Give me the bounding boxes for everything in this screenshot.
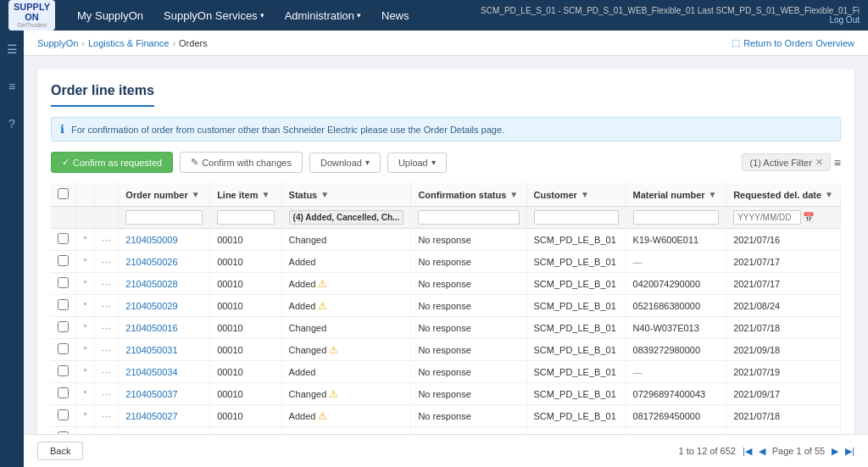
records-info: 1 to 12 of 652 xyxy=(679,446,736,456)
filter-col-date: 📅 xyxy=(726,207,841,229)
row-expand-cell: ˅ xyxy=(76,427,95,435)
line-item-filter-input[interactable] xyxy=(217,210,274,225)
line-item-filter-icon[interactable]: ▼ xyxy=(261,190,270,199)
expand-icon[interactable]: ˅ xyxy=(83,412,87,421)
filter-col-confirmation xyxy=(411,207,526,229)
upload-button[interactable]: Upload ▾ xyxy=(387,153,447,173)
row-line-item: 00020 xyxy=(210,427,281,435)
row-menu-icon[interactable]: ··· xyxy=(102,258,111,267)
select-all-checkbox[interactable] xyxy=(58,188,69,199)
expand-icon[interactable]: ˅ xyxy=(83,302,87,311)
order-number-link[interactable]: 2104050016 xyxy=(125,323,177,333)
row-checkbox[interactable] xyxy=(58,299,69,310)
row-menu-icon[interactable]: ··· xyxy=(102,412,111,421)
clear-filter-icon[interactable]: ✕ xyxy=(815,157,823,168)
logo[interactable]: SUPPLY ON GetTrusted xyxy=(8,0,55,31)
next-page-icon[interactable]: ▶ xyxy=(832,446,838,457)
logout-link[interactable]: Log Out xyxy=(481,15,860,25)
confirmation-filter-icon[interactable]: ▼ xyxy=(509,190,518,199)
expand-icon[interactable]: ˅ xyxy=(83,280,87,289)
sidebar-list-icon[interactable]: ≡ xyxy=(0,76,24,97)
expand-icon[interactable]: ˅ xyxy=(83,236,87,245)
row-material-number: 0839272980000 xyxy=(626,339,726,361)
date-filter-input[interactable] xyxy=(733,210,801,225)
customer-filter-icon[interactable]: ▼ xyxy=(581,190,589,199)
material-filter-icon[interactable]: ▼ xyxy=(709,190,717,199)
calendar-icon[interactable]: 📅 xyxy=(803,212,815,223)
row-requested-del-date: 2021/07/18 xyxy=(726,427,841,435)
back-button[interactable]: Back xyxy=(37,442,83,460)
row-line-item: 00010 xyxy=(210,339,281,361)
row-menu-icon[interactable]: ··· xyxy=(102,302,111,311)
order-number-link[interactable]: 2104050028 xyxy=(125,279,177,289)
row-status: Added xyxy=(281,361,411,383)
filter-col-checkbox xyxy=(51,207,76,229)
last-page-icon[interactable]: ▶| xyxy=(845,446,854,457)
status-filter-icon[interactable]: ▼ xyxy=(320,190,329,199)
row-menu-icon[interactable]: ··· xyxy=(102,324,111,333)
table-row: ˅ ··· 2104050034 00010 Added No response… xyxy=(51,361,841,383)
confirmation-filter-input[interactable] xyxy=(418,210,519,225)
row-checkbox[interactable] xyxy=(58,255,69,266)
row-customer: SCM_PD_LE_B_01 xyxy=(526,251,626,273)
sidebar-menu-icon[interactable]: ☰ xyxy=(0,39,24,59)
filter-options-icon[interactable]: ≡ xyxy=(834,156,841,170)
confirm-with-changes-button[interactable]: ✎ Confirm with changes xyxy=(180,152,303,173)
status-filter-dropdown[interactable]: (4) Added, Cancelled, Ch... xyxy=(289,210,404,225)
nav-item-services[interactable]: SupplyOn Services ▾ xyxy=(155,3,273,29)
row-confirmation-status: No response xyxy=(411,339,526,361)
material-filter-input[interactable] xyxy=(633,210,720,225)
row-menu-icon[interactable]: ··· xyxy=(102,280,111,289)
order-number-link[interactable]: 2104050009 xyxy=(125,235,177,245)
table-row: ˅ ··· 2104050029 00010 Added ⚠ No respon… xyxy=(51,295,841,317)
sidebar-info-icon[interactable]: ? xyxy=(0,114,24,134)
nav-item-administration[interactable]: Administration ▾ xyxy=(276,3,370,29)
nav-item-news[interactable]: News xyxy=(373,3,418,29)
logo-trusted-text: GetTrusted xyxy=(17,22,47,29)
row-checkbox[interactable] xyxy=(58,343,69,354)
order-number-link[interactable]: 2104050026 xyxy=(125,257,177,267)
nav-item-mysupplyon[interactable]: My SupplyOn xyxy=(69,3,152,29)
order-number-link[interactable]: 2104050031 xyxy=(125,345,177,355)
row-confirmation-status: No response xyxy=(411,405,526,427)
row-requested-del-date: 2021/07/18 xyxy=(726,405,841,427)
info-message: ℹ For confirmation of order from custome… xyxy=(51,117,841,142)
prev-page-icon[interactable]: ◀ xyxy=(759,446,765,457)
row-menu-icon[interactable]: ··· xyxy=(102,346,111,355)
order-number-filter-input[interactable] xyxy=(125,210,203,225)
row-checkbox[interactable] xyxy=(58,277,69,288)
order-number-link[interactable]: 2104050034 xyxy=(125,367,177,377)
expand-icon[interactable]: ˅ xyxy=(83,390,87,399)
th-status: Status ▼ xyxy=(281,183,411,207)
row-checkbox-cell xyxy=(51,295,76,317)
download-button[interactable]: Download ▾ xyxy=(309,153,381,173)
expand-icon[interactable]: ˅ xyxy=(83,324,87,333)
row-menu-icon[interactable]: ··· xyxy=(102,236,111,245)
order-number-filter-icon[interactable]: ▼ xyxy=(192,190,200,199)
row-expand-cell: ˅ xyxy=(76,361,95,383)
first-page-icon[interactable]: |◀ xyxy=(743,446,752,457)
confirm-as-requested-button[interactable]: ✓ Confirm as requested xyxy=(51,152,173,173)
filter-col-expand xyxy=(76,207,95,229)
row-menu-icon[interactable]: ··· xyxy=(102,390,111,399)
breadcrumb-supplyon[interactable]: SupplyOn xyxy=(37,38,78,48)
row-checkbox[interactable] xyxy=(58,365,69,376)
th-expand xyxy=(76,183,95,207)
expand-icon[interactable]: ˅ xyxy=(83,258,87,267)
expand-icon[interactable]: ˅ xyxy=(83,368,87,377)
row-menu-icon[interactable]: ··· xyxy=(102,368,111,377)
order-number-link[interactable]: 2104050037 xyxy=(125,389,177,399)
order-number-link[interactable]: 2104050027 xyxy=(125,411,177,421)
return-to-orders-link[interactable]: ⬚ Return to Orders Overview xyxy=(732,37,854,48)
row-checkbox[interactable] xyxy=(58,321,69,332)
order-number-link[interactable]: 2104050029 xyxy=(125,301,177,311)
row-checkbox[interactable] xyxy=(58,387,69,398)
date-filter-icon[interactable]: ▼ xyxy=(825,190,833,199)
customer-filter-input[interactable] xyxy=(534,210,619,225)
row-checkbox[interactable] xyxy=(58,409,69,420)
row-checkbox[interactable] xyxy=(58,233,69,244)
content-area: Order line items ℹ For confirmation of o… xyxy=(24,56,868,434)
breadcrumb-logistics[interactable]: Logistics & Finance xyxy=(88,38,169,48)
expand-icon[interactable]: ˅ xyxy=(83,346,87,355)
table-row: ˅ ··· 2104050028 00010 Added ⚠ No respon… xyxy=(51,273,841,295)
